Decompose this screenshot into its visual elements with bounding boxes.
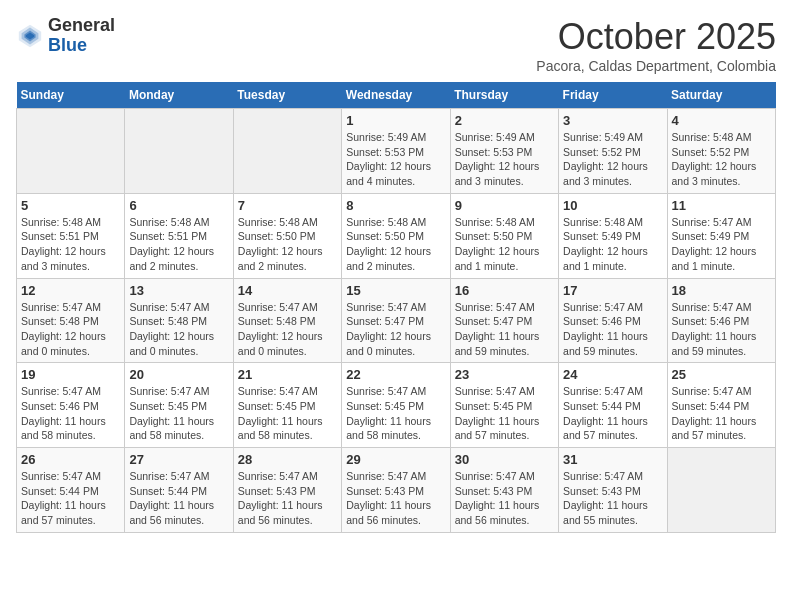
logo-general-text: General — [48, 15, 115, 35]
day-info: Sunrise: 5:47 AM Sunset: 5:48 PM Dayligh… — [21, 300, 120, 359]
day-info: Sunrise: 5:48 AM Sunset: 5:49 PM Dayligh… — [563, 215, 662, 274]
calendar-cell: 11Sunrise: 5:47 AM Sunset: 5:49 PM Dayli… — [667, 193, 775, 278]
day-info: Sunrise: 5:48 AM Sunset: 5:51 PM Dayligh… — [129, 215, 228, 274]
day-number: 6 — [129, 198, 228, 213]
day-info: Sunrise: 5:47 AM Sunset: 5:45 PM Dayligh… — [129, 384, 228, 443]
day-info: Sunrise: 5:47 AM Sunset: 5:44 PM Dayligh… — [563, 384, 662, 443]
month-title: October 2025 — [536, 16, 776, 58]
day-number: 22 — [346, 367, 445, 382]
day-info: Sunrise: 5:47 AM Sunset: 5:46 PM Dayligh… — [21, 384, 120, 443]
day-number: 20 — [129, 367, 228, 382]
day-number: 28 — [238, 452, 337, 467]
day-of-week-tuesday: Tuesday — [233, 82, 341, 109]
day-of-week-wednesday: Wednesday — [342, 82, 450, 109]
calendar-table: SundayMondayTuesdayWednesdayThursdayFrid… — [16, 82, 776, 533]
day-info: Sunrise: 5:47 AM Sunset: 5:46 PM Dayligh… — [672, 300, 771, 359]
day-info: Sunrise: 5:47 AM Sunset: 5:43 PM Dayligh… — [346, 469, 445, 528]
day-number: 27 — [129, 452, 228, 467]
calendar-cell: 6Sunrise: 5:48 AM Sunset: 5:51 PM Daylig… — [125, 193, 233, 278]
calendar-cell: 13Sunrise: 5:47 AM Sunset: 5:48 PM Dayli… — [125, 278, 233, 363]
calendar-cell — [17, 109, 125, 194]
calendar-week-3: 12Sunrise: 5:47 AM Sunset: 5:48 PM Dayli… — [17, 278, 776, 363]
calendar-cell: 3Sunrise: 5:49 AM Sunset: 5:52 PM Daylig… — [559, 109, 667, 194]
logo-icon — [16, 22, 44, 50]
logo: General Blue — [16, 16, 115, 56]
calendar-cell: 5Sunrise: 5:48 AM Sunset: 5:51 PM Daylig… — [17, 193, 125, 278]
calendar-cell: 10Sunrise: 5:48 AM Sunset: 5:49 PM Dayli… — [559, 193, 667, 278]
calendar-cell: 23Sunrise: 5:47 AM Sunset: 5:45 PM Dayli… — [450, 363, 558, 448]
day-number: 30 — [455, 452, 554, 467]
calendar-week-1: 1Sunrise: 5:49 AM Sunset: 5:53 PM Daylig… — [17, 109, 776, 194]
day-number: 24 — [563, 367, 662, 382]
calendar-cell — [125, 109, 233, 194]
day-info: Sunrise: 5:47 AM Sunset: 5:45 PM Dayligh… — [238, 384, 337, 443]
calendar-cell: 27Sunrise: 5:47 AM Sunset: 5:44 PM Dayli… — [125, 448, 233, 533]
calendar-cell: 19Sunrise: 5:47 AM Sunset: 5:46 PM Dayli… — [17, 363, 125, 448]
day-info: Sunrise: 5:48 AM Sunset: 5:50 PM Dayligh… — [238, 215, 337, 274]
calendar-cell: 12Sunrise: 5:47 AM Sunset: 5:48 PM Dayli… — [17, 278, 125, 363]
calendar-cell: 29Sunrise: 5:47 AM Sunset: 5:43 PM Dayli… — [342, 448, 450, 533]
calendar-week-2: 5Sunrise: 5:48 AM Sunset: 5:51 PM Daylig… — [17, 193, 776, 278]
day-number: 15 — [346, 283, 445, 298]
calendar-cell: 21Sunrise: 5:47 AM Sunset: 5:45 PM Dayli… — [233, 363, 341, 448]
day-number: 10 — [563, 198, 662, 213]
day-number: 25 — [672, 367, 771, 382]
title-block: October 2025 Pacora, Caldas Department, … — [536, 16, 776, 74]
day-number: 14 — [238, 283, 337, 298]
calendar-cell: 14Sunrise: 5:47 AM Sunset: 5:48 PM Dayli… — [233, 278, 341, 363]
day-number: 11 — [672, 198, 771, 213]
calendar-cell: 30Sunrise: 5:47 AM Sunset: 5:43 PM Dayli… — [450, 448, 558, 533]
day-of-week-sunday: Sunday — [17, 82, 125, 109]
calendar-body: 1Sunrise: 5:49 AM Sunset: 5:53 PM Daylig… — [17, 109, 776, 533]
day-number: 1 — [346, 113, 445, 128]
day-of-week-monday: Monday — [125, 82, 233, 109]
days-of-week-row: SundayMondayTuesdayWednesdayThursdayFrid… — [17, 82, 776, 109]
day-info: Sunrise: 5:47 AM Sunset: 5:43 PM Dayligh… — [563, 469, 662, 528]
day-number: 31 — [563, 452, 662, 467]
calendar-cell: 16Sunrise: 5:47 AM Sunset: 5:47 PM Dayli… — [450, 278, 558, 363]
day-info: Sunrise: 5:47 AM Sunset: 5:46 PM Dayligh… — [563, 300, 662, 359]
day-info: Sunrise: 5:47 AM Sunset: 5:49 PM Dayligh… — [672, 215, 771, 274]
day-info: Sunrise: 5:47 AM Sunset: 5:48 PM Dayligh… — [238, 300, 337, 359]
day-number: 13 — [129, 283, 228, 298]
day-info: Sunrise: 5:47 AM Sunset: 5:47 PM Dayligh… — [455, 300, 554, 359]
day-number: 8 — [346, 198, 445, 213]
calendar-cell: 15Sunrise: 5:47 AM Sunset: 5:47 PM Dayli… — [342, 278, 450, 363]
calendar-cell: 8Sunrise: 5:48 AM Sunset: 5:50 PM Daylig… — [342, 193, 450, 278]
day-info: Sunrise: 5:47 AM Sunset: 5:44 PM Dayligh… — [129, 469, 228, 528]
day-number: 23 — [455, 367, 554, 382]
calendar-cell: 28Sunrise: 5:47 AM Sunset: 5:43 PM Dayli… — [233, 448, 341, 533]
day-number: 12 — [21, 283, 120, 298]
calendar-cell — [233, 109, 341, 194]
calendar-cell: 31Sunrise: 5:47 AM Sunset: 5:43 PM Dayli… — [559, 448, 667, 533]
day-of-week-friday: Friday — [559, 82, 667, 109]
day-number: 2 — [455, 113, 554, 128]
day-number: 29 — [346, 452, 445, 467]
day-number: 9 — [455, 198, 554, 213]
day-number: 3 — [563, 113, 662, 128]
day-info: Sunrise: 5:47 AM Sunset: 5:43 PM Dayligh… — [455, 469, 554, 528]
day-info: Sunrise: 5:47 AM Sunset: 5:44 PM Dayligh… — [21, 469, 120, 528]
day-info: Sunrise: 5:47 AM Sunset: 5:44 PM Dayligh… — [672, 384, 771, 443]
day-number: 19 — [21, 367, 120, 382]
calendar-cell: 7Sunrise: 5:48 AM Sunset: 5:50 PM Daylig… — [233, 193, 341, 278]
day-number: 4 — [672, 113, 771, 128]
calendar-cell: 26Sunrise: 5:47 AM Sunset: 5:44 PM Dayli… — [17, 448, 125, 533]
day-info: Sunrise: 5:47 AM Sunset: 5:45 PM Dayligh… — [455, 384, 554, 443]
calendar-week-5: 26Sunrise: 5:47 AM Sunset: 5:44 PM Dayli… — [17, 448, 776, 533]
logo-blue-text: Blue — [48, 35, 87, 55]
day-number: 7 — [238, 198, 337, 213]
day-info: Sunrise: 5:48 AM Sunset: 5:52 PM Dayligh… — [672, 130, 771, 189]
day-info: Sunrise: 5:49 AM Sunset: 5:53 PM Dayligh… — [346, 130, 445, 189]
day-info: Sunrise: 5:47 AM Sunset: 5:47 PM Dayligh… — [346, 300, 445, 359]
calendar-cell: 2Sunrise: 5:49 AM Sunset: 5:53 PM Daylig… — [450, 109, 558, 194]
day-number: 16 — [455, 283, 554, 298]
calendar-cell: 25Sunrise: 5:47 AM Sunset: 5:44 PM Dayli… — [667, 363, 775, 448]
calendar-cell: 1Sunrise: 5:49 AM Sunset: 5:53 PM Daylig… — [342, 109, 450, 194]
day-info: Sunrise: 5:48 AM Sunset: 5:50 PM Dayligh… — [346, 215, 445, 274]
day-number: 21 — [238, 367, 337, 382]
day-number: 17 — [563, 283, 662, 298]
calendar-cell — [667, 448, 775, 533]
day-of-week-thursday: Thursday — [450, 82, 558, 109]
day-info: Sunrise: 5:47 AM Sunset: 5:48 PM Dayligh… — [129, 300, 228, 359]
